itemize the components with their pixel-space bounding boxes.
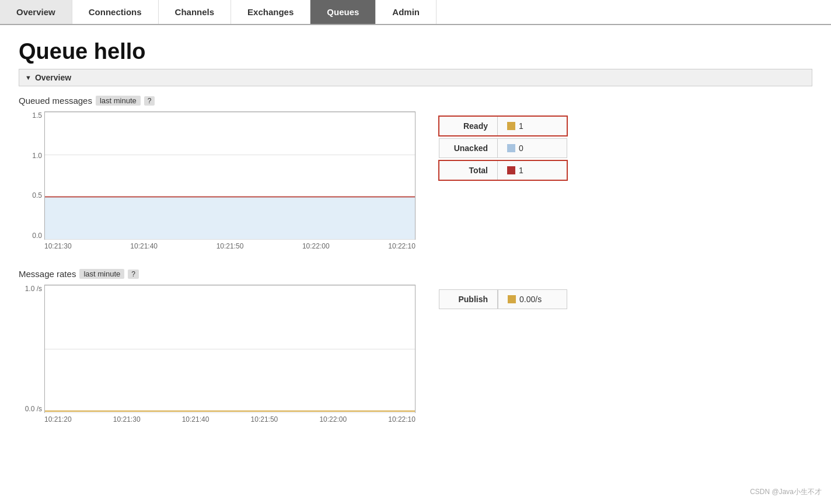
- unacked-color-swatch: [507, 144, 515, 152]
- nav-overview[interactable]: Overview: [0, 0, 72, 24]
- time-badge-queued[interactable]: last minute: [96, 96, 141, 106]
- nav-channels[interactable]: Channels: [159, 0, 232, 24]
- queued-messages-label: Queued messages last minute ?: [19, 96, 812, 106]
- time-badge-rates[interactable]: last minute: [79, 269, 124, 279]
- nav-admin[interactable]: Admin: [376, 0, 437, 24]
- nav-exchanges[interactable]: Exchanges: [231, 0, 310, 24]
- message-rates-chart-row: 1.0 /s 0.0 /s: [19, 285, 812, 424]
- queued-messages-section: Queued messages last minute ? 1.5 1.0 0.…: [19, 96, 812, 250]
- nav-queues[interactable]: Queues: [310, 0, 376, 24]
- page-title: Queue hello: [19, 39, 812, 64]
- message-rates-chart: [44, 285, 416, 413]
- publish-color-swatch: [508, 295, 516, 303]
- rates-stats-panel: Publish 0.00/s: [439, 289, 567, 309]
- queued-chart-y-labels: 1.5 1.0 0.5 0.0: [21, 111, 42, 240]
- stat-unacked: Unacked 0: [439, 138, 567, 158]
- queued-chart-x-labels: 10:21:30 10:21:40 10:21:50 10:22:00 10:2…: [44, 240, 416, 250]
- help-badge-queued[interactable]: ?: [144, 96, 155, 106]
- main-nav: Overview Connections Channels Exchanges …: [0, 0, 831, 25]
- rates-chart-x-labels: 10:21:20 10:21:30 10:21:40 10:21:50 10:2…: [44, 413, 416, 424]
- total-color-swatch: [507, 166, 515, 174]
- rates-chart-y-labels: 1.0 /s 0.0 /s: [21, 285, 42, 413]
- svg-rect-1: [45, 197, 415, 239]
- message-rates-chart-container: 1.0 /s 0.0 /s: [19, 285, 416, 424]
- queued-stats-panel: Ready 1 Unacked 0 Total: [439, 116, 567, 180]
- stat-total: Total 1: [439, 160, 567, 180]
- queued-messages-chart-row: 1.5 1.0 0.5 0.0: [19, 111, 812, 250]
- stat-ready: Ready 1: [439, 116, 567, 136]
- nav-connections[interactable]: Connections: [72, 0, 159, 24]
- overview-section-header[interactable]: ▼ Overview: [19, 69, 812, 86]
- message-rates-label: Message rates last minute ?: [19, 269, 812, 279]
- message-rates-section: Message rates last minute ? 1.0 /s 0.0 /…: [19, 269, 812, 424]
- help-badge-rates[interactable]: ?: [128, 270, 139, 279]
- ready-color-swatch: [507, 122, 515, 130]
- stat-publish: Publish 0.00/s: [439, 289, 567, 309]
- queued-messages-chart: [44, 111, 416, 240]
- queued-messages-chart-container: 1.5 1.0 0.5 0.0: [19, 111, 416, 250]
- collapse-arrow: ▼: [25, 74, 32, 81]
- section-label: Overview: [35, 73, 71, 82]
